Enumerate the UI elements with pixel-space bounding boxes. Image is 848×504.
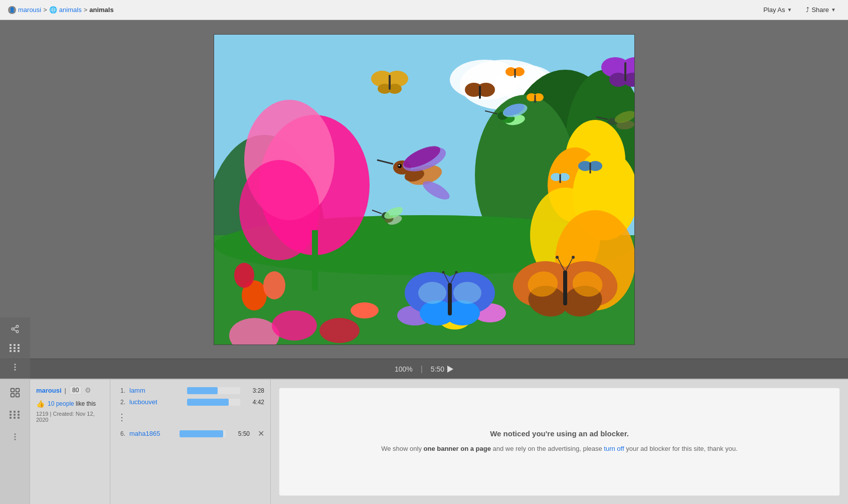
bottom-username[interactable]: marousi	[36, 387, 62, 394]
svg-rect-97	[624, 62, 626, 81]
play-as-button[interactable]: Play As ▼	[759, 4, 796, 16]
main-area: 100% | 5:50	[0, 20, 848, 504]
svg-point-104	[263, 271, 285, 299]
lb-rank-1: 1.	[116, 387, 125, 394]
breadcrumb-current: animals	[89, 6, 113, 14]
svg-point-65	[442, 271, 444, 273]
svg-rect-111	[559, 174, 561, 183]
svg-line-121	[14, 329, 16, 331]
play-button[interactable]	[447, 366, 453, 373]
svg-point-118	[16, 325, 19, 328]
time-display: 5:50	[431, 365, 453, 373]
lb-bar-2	[187, 399, 229, 406]
puzzle-container	[0, 20, 848, 359]
grid-toolbar-icon[interactable]	[8, 341, 23, 356]
svg-point-125	[15, 369, 16, 371]
puzzle-toolbar	[0, 317, 30, 379]
svg-point-131	[14, 436, 16, 438]
share-toolbar-icon[interactable]	[8, 321, 23, 337]
breadcrumb-username[interactable]: marousi	[18, 6, 41, 14]
globe-icon: 🌐	[49, 6, 57, 14]
ad-turn-off-link[interactable]: turn off	[604, 445, 624, 452]
bottom-panel: marousi | 80 ⚙ 👍 10 people like this 121…	[0, 379, 848, 504]
svg-point-120	[16, 330, 19, 333]
svg-point-25	[319, 318, 360, 343]
left-icons-panel	[0, 380, 30, 504]
ad-notice-body: We show only one banner on a page and we…	[381, 444, 738, 454]
lb-name-2[interactable]: lucbouvet	[129, 398, 183, 406]
svg-rect-128	[11, 394, 14, 397]
puzzle-scene	[214, 35, 634, 345]
user-info-row: marousi | 80 ⚙	[36, 386, 104, 395]
svg-point-123	[15, 364, 16, 365]
lb-bar-container-6	[180, 430, 226, 437]
side-grid-icon[interactable]	[7, 407, 23, 423]
side-puzzle-icon[interactable]	[7, 385, 23, 401]
lb-name-1[interactable]: lamm	[129, 387, 183, 394]
user-score: 80	[69, 386, 82, 395]
ad-body-mid: and we rely on the advertising, please	[491, 445, 604, 452]
lb-rank-2: 2.	[116, 399, 125, 406]
ad-body-bold: one banner on a page	[424, 445, 491, 452]
ad-body-end: your ad blocker for this site, thank you…	[624, 445, 738, 452]
like-icon[interactable]: 👍	[36, 400, 45, 408]
user-info-panel: marousi | 80 ⚙ 👍 10 people like this 121…	[30, 380, 110, 504]
lb-bar-6	[180, 430, 223, 437]
svg-line-122	[14, 327, 16, 328]
grid-icon-inner	[10, 344, 21, 352]
lb-rank-6: 6.	[116, 430, 125, 437]
lb-time-1: 3:28	[244, 387, 264, 394]
svg-rect-126	[11, 389, 14, 392]
svg-point-105	[234, 263, 254, 288]
status-bar: 100% | 5:50	[0, 359, 848, 379]
lb-time-6: 5:50	[230, 430, 250, 437]
svg-rect-108	[589, 162, 591, 174]
like-section: 👍 10 people like this	[36, 400, 104, 408]
leaderboard-panel: 1. lamm 3:28 2. lucbouvet 4:42 ⋮ 6.	[110, 380, 271, 504]
lb-name-6[interactable]: maha1865	[129, 430, 176, 437]
side-more-icon[interactable]	[7, 429, 23, 445]
puzzle-image[interactable]	[214, 34, 635, 345]
more-toolbar-icon[interactable]	[8, 360, 23, 375]
breadcrumb: 👤 marousi > 🌐 animals > animals	[8, 6, 759, 14]
lb-more-icon[interactable]: ⋮	[116, 410, 127, 425]
play-as-label: Play As	[763, 6, 785, 14]
svg-rect-62	[448, 283, 452, 315]
lb-bar-container-1	[187, 387, 241, 394]
gear-icon[interactable]: ⚙	[85, 386, 91, 394]
svg-point-119	[12, 328, 14, 330]
leaderboard-row-6: 6. maha1865 5:50 ✕	[115, 427, 265, 440]
svg-point-55	[572, 256, 575, 259]
lb-bar-1	[187, 387, 218, 394]
svg-point-66	[455, 271, 457, 273]
breadcrumb-sep1: >	[43, 6, 47, 14]
share-icon: ⤴	[806, 6, 809, 14]
lb-close-button[interactable]: ✕	[258, 429, 264, 438]
leaderboard-row-1: 1. lamm 3:28	[115, 385, 265, 396]
ad-body-start: We show only	[381, 445, 423, 452]
svg-rect-127	[16, 389, 19, 392]
play-as-arrow: ▼	[787, 7, 792, 13]
lb-time-2: 4:42	[244, 399, 264, 406]
nav-actions: Play As ▼ ⤴ Share ▼	[759, 4, 840, 16]
svg-point-124	[15, 367, 16, 368]
svg-rect-117	[534, 95, 536, 103]
ad-notice-panel: We noticed you're using an ad blocker. W…	[279, 388, 840, 496]
svg-rect-51	[563, 270, 567, 305]
created-info: 1219 | Created: Nov 12, 2020	[36, 411, 104, 423]
likes-count-link[interactable]: 10 people	[48, 400, 76, 407]
share-button[interactable]: ⤴ Share ▼	[802, 4, 840, 16]
breadcrumb-category[interactable]: animals	[59, 6, 82, 14]
lb-bar-container-2	[187, 399, 241, 406]
svg-rect-13	[312, 230, 318, 290]
svg-rect-129	[16, 394, 19, 397]
svg-point-21	[351, 302, 379, 318]
svg-point-54	[556, 256, 559, 259]
ad-notice-title: We noticed you're using an ad blocker.	[490, 429, 629, 438]
svg-point-12	[239, 160, 319, 260]
like-text: 10 people like this	[48, 400, 96, 407]
zoom-level: 100%	[395, 365, 413, 373]
user-icon: 👤	[8, 6, 16, 14]
share-arrow: ▼	[831, 7, 836, 13]
svg-point-24	[272, 310, 317, 341]
